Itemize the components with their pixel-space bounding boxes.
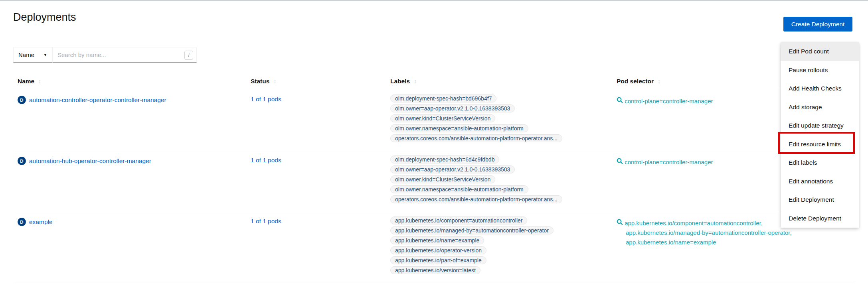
label-chip[interactable]: olm.owner.namespace=ansible-automation-p…: [390, 124, 528, 132]
menu-item-edit-update-strategy[interactable]: Edit update strategy: [781, 116, 859, 135]
column-header-labels[interactable]: Labels ↕: [390, 77, 617, 85]
deployment-name-link[interactable]: automation-hub-operator-controller-manag…: [29, 157, 151, 165]
create-deployment-button[interactable]: Create Deployment: [783, 17, 852, 31]
column-header-status[interactable]: Status ↕: [246, 77, 390, 85]
label-chip[interactable]: olm.owner=aap-operator.v2.1.0-0.16383935…: [390, 104, 515, 112]
deployment-resource-badge: D: [18, 218, 26, 226]
page-title: Deployments: [13, 11, 76, 24]
deployment-resource-badge: D: [18, 96, 26, 104]
label-chip[interactable]: app.kubernetes.io/managed-by=automationc…: [390, 226, 554, 234]
labels-cell: olm.deployment-spec-hash=6d4c9fdbdb olm.…: [390, 150, 617, 211]
search-icon: [617, 97, 623, 103]
name-cell: D example: [13, 211, 246, 232]
search-icon: [617, 219, 623, 225]
status-cell: 1 of 1 pods: [246, 211, 390, 230]
table-row: D example 1 of 1 pods app.kubernetes.io/…: [13, 211, 855, 282]
label-chip[interactable]: app.kubernetes.io/operator-version: [390, 246, 486, 254]
sort-icon: ↕: [38, 78, 41, 85]
pod-status-link[interactable]: 1 of 1 pods: [251, 218, 281, 224]
label-chip[interactable]: app.kubernetes.io/component=automationco…: [390, 216, 527, 224]
table-header-row: Name ↕ Status ↕ Labels ↕ Pod selector ↕: [13, 77, 855, 89]
label-chip[interactable]: olm.deployment-spec-hash=bd696b4f7: [390, 94, 496, 102]
label-chip[interactable]: app.kubernetes.io/version=latest: [390, 266, 480, 274]
sort-icon: ↕: [414, 78, 417, 85]
search-icon: [617, 158, 623, 164]
status-cell: 1 of 1 pods: [246, 89, 390, 108]
deployments-table: Name ↕ Status ↕ Labels ↕ Pod selector ↕ …: [13, 77, 855, 282]
menu-item-edit-deployment[interactable]: Edit Deployment: [781, 191, 859, 209]
name-cell: D automation-controller-operator-control…: [13, 89, 246, 110]
filter-toolbar: Name ▼ /: [13, 47, 197, 63]
search-input[interactable]: [53, 47, 196, 62]
deployment-name-link[interactable]: automation-controller-operator-controlle…: [29, 96, 166, 104]
label-chip[interactable]: olm.owner.kind=ClusterServiceVersion: [390, 114, 495, 122]
menu-item-delete-deployment[interactable]: Delete Deployment: [781, 209, 859, 228]
label-chip[interactable]: olm.owner.namespace=ansible-automation-p…: [390, 185, 528, 193]
menu-item-add-storage[interactable]: Add storage: [781, 98, 859, 117]
menu-item-add-health-checks[interactable]: Add Health Checks: [781, 79, 859, 98]
label-chip[interactable]: operators.coreos.com/ansible-automation-…: [390, 195, 562, 203]
search-field-wrapper: /: [52, 47, 197, 63]
pod-status-link[interactable]: 1 of 1 pods: [251, 96, 281, 102]
pod-selector-link[interactable]: app.kubernetes.io/name=example: [617, 238, 837, 247]
label-chip[interactable]: olm.owner=aap-operator.v2.1.0-0.16383935…: [390, 165, 515, 173]
filter-type-dropdown[interactable]: Name ▼: [13, 47, 52, 63]
pod-selector-link[interactable]: app.kubernetes.io/managed-by=automationc…: [617, 228, 837, 238]
status-cell: 1 of 1 pods: [246, 150, 390, 169]
column-header-name[interactable]: Name ↕: [13, 77, 246, 85]
label-chip[interactable]: app.kubernetes.io/name=example: [390, 236, 484, 244]
label-chip[interactable]: olm.owner.kind=ClusterServiceVersion: [390, 175, 495, 183]
labels-cell: app.kubernetes.io/component=automationco…: [390, 211, 617, 282]
table-row: D automation-hub-operator-controller-man…: [13, 150, 855, 211]
menu-item-edit-resource-limits[interactable]: Edit resource limits: [781, 135, 859, 154]
deployment-resource-badge: D: [18, 157, 26, 165]
menu-item-pause-rollouts[interactable]: Pause rollouts: [781, 61, 859, 80]
menu-item-edit-annotations[interactable]: Edit annotations: [781, 172, 859, 191]
menu-item-edit-pod-count[interactable]: Edit Pod count: [781, 42, 859, 61]
sort-icon: ↕: [658, 78, 660, 85]
table-row: D automation-controller-operator-control…: [13, 89, 855, 150]
label-chip[interactable]: operators.coreos.com/ansible-automation-…: [390, 134, 562, 142]
keyboard-shortcut-badge: /: [184, 51, 193, 60]
deployment-actions-menu: Edit Pod count Pause rollouts Add Health…: [781, 42, 859, 228]
label-chip[interactable]: olm.deployment-spec-hash=6d4c9fdbdb: [390, 155, 499, 163]
sort-icon: ↕: [273, 78, 276, 85]
pod-status-link[interactable]: 1 of 1 pods: [251, 157, 281, 163]
deployments-page: Deployments Create Deployment Name ▼ / N…: [0, 0, 868, 305]
filter-type-label: Name: [18, 51, 34, 58]
label-chip[interactable]: app.kubernetes.io/part-of=example: [390, 256, 486, 264]
labels-cell: olm.deployment-spec-hash=bd696b4f7 olm.o…: [390, 89, 617, 150]
deployment-name-link[interactable]: example: [29, 218, 53, 226]
chevron-down-icon: ▼: [43, 53, 47, 57]
menu-item-edit-labels[interactable]: Edit labels: [781, 153, 859, 172]
name-cell: D automation-hub-operator-controller-man…: [13, 150, 246, 171]
